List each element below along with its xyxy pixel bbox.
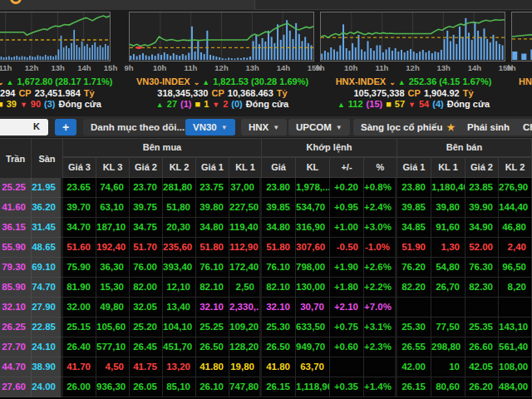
up-arrow-icon: ▲ (337, 101, 345, 109)
stock-row[interactable]: 26.2522.8525.15105,6025.20104,1025.25109… (0, 318, 532, 337)
col-header-ceiling[interactable]: Trần (0, 139, 32, 179)
sell-cell-4: 96,50 (499, 258, 532, 278)
stock-row[interactable]: 27.6024.0026.00936,3026.0585,1026.10747,… (0, 377, 532, 397)
index-text: 252.36 (4.15 1.67%) (409, 76, 492, 86)
stock-row[interactable]: 85.9074.7081.9015,3082.0012,1082.102,508… (0, 278, 532, 298)
match-cell-3: +1.80 (330, 278, 364, 298)
buy-cell-5: 51.80 (196, 238, 229, 258)
buy-cell-6: 2,330,... (229, 298, 262, 318)
floor-price-cell: 36.20 (32, 198, 63, 218)
toolbar-button-s-ng-l-c-c-phi-u[interactable]: Sàng lọc cổ phiếu★▼ (353, 119, 473, 135)
up-arrow-icon: ▲ (398, 78, 406, 86)
symbol-search-input[interactable]: K (0, 119, 48, 135)
col-header-sell-1[interactable]: Giá 1 (397, 157, 431, 178)
hnx-index-summary[interactable]: HNX-INDEX⌄▲252.36 (4.15 1.67%)105,375,33… (316, 76, 511, 111)
match-cell-4: +2.2% (364, 278, 397, 298)
col-header-match-1[interactable]: Giá (262, 157, 296, 178)
match-cell-4: +1.4% (364, 377, 397, 397)
add-watchlist-button[interactable]: + (55, 119, 76, 135)
buy-cell-6: 2,50 (229, 278, 262, 298)
match-cell-2: 534,70 (296, 198, 330, 218)
index-text: 39 (7, 99, 17, 109)
buy-cell-6: 37,00 (229, 178, 262, 198)
match-cell-1: 32.10 (262, 298, 296, 318)
stock-row[interactable]: 36.1531.4534.70187,1034.7520,3034.80119,… (0, 218, 532, 238)
time-axis-label: 12h (25, 63, 38, 72)
vn30-index-summary[interactable]: VN30-INDEX⌄▲1,821.53 (30.28 1.69%)318,34… (129, 76, 316, 111)
stock-row[interactable]: 41.6036.2039.7063,1039.7551,8039.80227,5… (0, 198, 532, 218)
buy-cell-2: 577,10 (96, 337, 130, 357)
col-header-sell-2[interactable]: KL 1 (431, 157, 466, 178)
floor-price-cell: 31.45 (32, 218, 63, 238)
index-text: Đóng cửa (59, 99, 101, 109)
col-header-buy-6[interactable]: KL 1 (229, 157, 262, 178)
floor-price-cell: 74.70 (32, 278, 63, 298)
chevron-down-icon[interactable]: ⌄ (0, 78, 3, 86)
stock-row[interactable]: 44.7038.9041.704,5041.7513,2041.8019,804… (0, 357, 532, 377)
col-header-buy-4[interactable]: KL 2 (163, 157, 196, 178)
col-header-sell-4[interactable]: KL 2 (499, 157, 532, 178)
match-cell-3: +0.60 (330, 337, 364, 357)
toolbar-button-chu[interactable]: Chu (515, 119, 532, 135)
sell-cell-1 (397, 298, 431, 318)
buy-cell-2: 49,80 (96, 298, 130, 318)
col-header-buy-2[interactable]: KL 3 (96, 157, 130, 178)
chevron-down-icon[interactable]: ⌄ (194, 78, 200, 86)
col-header-match-2[interactable]: KL (296, 157, 330, 178)
stock-row[interactable]: 79.3069.1075.9036,3076.00393,4076.10172,… (0, 258, 532, 278)
floor-price-cell: 38.90 (32, 357, 63, 377)
buy-cell-2: 63,10 (96, 198, 130, 218)
buy-cell-4: 281,80 (163, 178, 196, 198)
stock-row[interactable]: 32.1027.9032.0049,8032.0513,4032.102,330… (0, 298, 532, 318)
index-summary-4[interactable]: HN (517, 76, 532, 87)
col-header-buy-1[interactable]: Giá 3 (63, 157, 96, 178)
buy-cell-5: 34.80 (196, 218, 229, 238)
index-summary-1[interactable]: ⌄▲1,672.80 (28.17 1.71%),294CP23,451.984… (0, 76, 114, 111)
sell-cell-3: 26.60 (466, 337, 499, 357)
col-header-buy-3[interactable]: Giá 2 (130, 157, 163, 178)
stock-row[interactable]: 25.2521.9523.6574,6023.70281,8023.7537,0… (0, 178, 532, 198)
toolbar-button-hnx[interactable]: HNX▼ (241, 119, 287, 135)
buy-cell-4: 451,70 (163, 337, 196, 357)
time-axis-label: 10h (344, 63, 357, 72)
match-cell-1: 25.30 (262, 318, 296, 337)
toolbar-button-upcom[interactable]: UPCOM▼ (288, 119, 350, 135)
buy-cell-1: 26.00 (63, 377, 96, 397)
sell-cell-3 (466, 298, 499, 318)
sell-cell-2 (431, 298, 466, 318)
col-header-match-3[interactable]: +/- (330, 157, 364, 178)
sell-cell-1: 42.00 (397, 357, 431, 377)
index-text: 318,345,330 (157, 88, 208, 98)
toolbar-button-danh-m-c-theo-d-i-[interactable]: Danh mục theo dõi... (83, 119, 192, 135)
match-cell-3: +1.90 (330, 258, 364, 278)
group-header-sell: Bên bán (397, 139, 532, 157)
vn30-intraday-chart[interactable]: 9h10h11h12h13h14h15h (129, 12, 314, 74)
top-strip-segment (0, 0, 255, 10)
index-intraday-chart-1[interactable]: 9h10h11h12h13h14h15h (0, 12, 111, 74)
sell-cell-3: 52.00 (466, 238, 499, 258)
col-header-match-4[interactable]: % (364, 157, 397, 178)
match-cell-3: +0.20 (330, 178, 364, 198)
sell-cell-4 (499, 298, 532, 318)
buy-cell-3: 41.75 (130, 357, 163, 377)
sell-cell-4: 276,90 (499, 178, 532, 198)
index-intraday-chart-4[interactable]: 9h10h11h12h13h14h15h (511, 12, 532, 74)
col-header-sell-3[interactable]: Giá 2 (466, 157, 499, 178)
sell-cell-4: 143,10 (499, 318, 532, 337)
hnx-intraday-chart[interactable]: 9h10h11h12h13h14h15h (320, 12, 505, 74)
toolbar-button-vn30[interactable]: VN30▼ (185, 119, 235, 135)
col-header-floor[interactable]: Sàn (32, 139, 63, 179)
buy-cell-2: 187,10 (96, 218, 130, 238)
time-axis-label: 11h (375, 63, 388, 72)
match-cell-4: +3.1% (364, 318, 397, 337)
index-text: 112 (348, 99, 363, 109)
buy-cell-1: 75.90 (63, 258, 96, 278)
floor-price-cell: 22.85 (32, 318, 63, 337)
stock-row[interactable]: 55.9048.6551.60192,4051.70235,6051.80112… (0, 238, 532, 258)
stock-row[interactable]: 27.7024.1026.40577,1026.45451,7026.50128… (0, 337, 532, 357)
index-text: 27 (167, 99, 177, 109)
col-header-buy-5[interactable]: Giá 1 (196, 157, 229, 178)
buy-cell-3: 39.75 (130, 198, 163, 218)
chevron-down-icon[interactable]: ⌄ (389, 78, 395, 86)
sell-cell-2: 26,70 (431, 278, 466, 298)
